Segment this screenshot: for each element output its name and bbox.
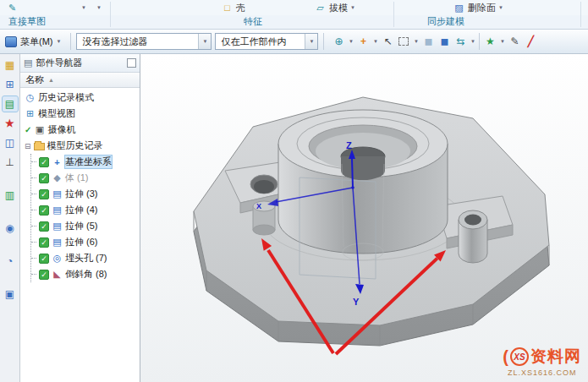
dependencies-icon[interactable]: ⊥ xyxy=(3,155,18,170)
general-object-cube-icon[interactable]: ◼ xyxy=(420,34,436,49)
feature-checkbox[interactable]: ✓ xyxy=(39,237,49,248)
feature-checkbox[interactable]: ✓ xyxy=(39,157,49,167)
tree-item-model-views[interactable]: ⊞ 模型视图 xyxy=(20,106,140,122)
graphics-viewport[interactable]: X Z Y ( xyxy=(140,54,588,382)
tree-item-body[interactable]: ✓ ◆ 体 (1) xyxy=(31,170,140,186)
dropdown-arrow-icon[interactable]: ▼ xyxy=(347,39,354,44)
dropdown-arrow-icon[interactable]: ▼ xyxy=(371,39,379,44)
tree-item-extrude-3[interactable]: ✓ ▤ 拉伸 (3) xyxy=(31,186,140,202)
folder-icon xyxy=(34,143,45,150)
tree-connector xyxy=(31,242,36,243)
dropdown-arrow-icon[interactable]: ▼ xyxy=(498,39,506,44)
collapse-icon[interactable]: ⊟ xyxy=(25,142,31,150)
tree-item-history-mode[interactable]: ◷ 历史记录模式 xyxy=(20,90,140,106)
dropdown-arrow-icon[interactable]: ▼ xyxy=(305,34,317,49)
delete-face-button[interactable]: ▨ 删除面 ▼ xyxy=(450,1,506,14)
menu-button[interactable]: 菜单(M) ▼ xyxy=(3,34,65,50)
model-canvas[interactable]: X Z Y xyxy=(140,54,588,382)
assembly-navigator-icon[interactable]: ▦ xyxy=(3,57,18,73)
dropdown-arrow-icon[interactable]: ▼ xyxy=(81,5,86,10)
shell-button[interactable]: □ 壳 xyxy=(218,1,248,14)
z-axis-label: Z xyxy=(346,140,352,150)
tree-item-chamfer[interactable]: ✓ ◣ 倒斜角 (8) xyxy=(31,266,140,282)
feature-tree: ◷ 历史记录模式 ⊞ 模型视图 ✓ ▣ 摄像机 ⊟ 模型历史记录 xyxy=(20,88,140,382)
ribbon: ✎ ▼ ▼ □ 壳 ▱ 拔模 ▼ ▨ 删除面 ▼ 直接草图 特征 同步建模 xyxy=(0,0,588,30)
watermark-brand: 资料网 xyxy=(530,346,581,368)
nx-application-window: ✎ ▼ ▼ □ 壳 ▱ 拔模 ▼ ▨ 删除面 ▼ 直接草图 特征 同步建模 xyxy=(0,0,588,382)
feature-checkbox[interactable]: ✓ xyxy=(39,221,49,232)
toolbar-icon-strip: ⊕ ▼ + ▼ ↖ ▼ ◼ ◼ ⇆ ▼ ★ ▼ ✎ ╱ xyxy=(331,33,538,50)
watermark-paren: ( xyxy=(503,347,508,367)
name-column-label: 名称 xyxy=(25,74,44,86)
tree-item-extrude-5[interactable]: ✓ ▤ 拉伸 (5) xyxy=(31,218,140,234)
draft-button[interactable]: ▱ 拔模 ▼ xyxy=(311,1,358,14)
tree-connector xyxy=(31,210,36,210)
feature-checkbox[interactable]: ✓ xyxy=(39,205,49,216)
group-feature[interactable]: 特征 xyxy=(244,15,262,29)
name-column-header[interactable]: 名称 ▲ xyxy=(20,73,140,88)
shell-button-label: 壳 xyxy=(236,2,245,14)
dropdown-arrow-icon[interactable]: ▼ xyxy=(198,34,211,49)
orient-view-icon[interactable]: ↖ xyxy=(380,34,395,49)
toolbar-separator xyxy=(479,33,480,50)
ribbon-group-label-row: 直接草图 特征 同步建模 xyxy=(0,15,588,29)
dropdown-arrow-icon[interactable]: ▼ xyxy=(469,39,476,44)
sort-asc-icon: ▲ xyxy=(48,77,54,83)
tree-item-cameras[interactable]: ✓ ▣ 摄像机 xyxy=(20,122,140,138)
tree-item-extrude-4[interactable]: ✓ ▤ 拉伸 (4) xyxy=(31,202,140,218)
view-manager-icon[interactable]: ◫ xyxy=(3,135,18,150)
body-icon: ◆ xyxy=(52,172,63,183)
main-area: ▦ ⊞ ▤ ★ ◫ ⊥ ▥ ◉ ◔ ▣ ▤ 部件导航器 名称 ▲ ◷ xyxy=(0,54,588,382)
toolbar-separator xyxy=(70,33,71,50)
dropdown-arrow-icon[interactable]: ▼ xyxy=(412,39,420,44)
y-axis-label: Y xyxy=(353,297,360,307)
history-icon[interactable]: ◔ xyxy=(3,254,18,269)
pencil-icon[interactable]: ✎ xyxy=(507,34,522,49)
model-history-children: ✓ + 基准坐标系 ✓ ◆ 体 (1) ✓ ▤ 拉伸 (3) xyxy=(30,154,140,282)
constraint-navigator-icon[interactable]: ⊞ xyxy=(3,77,18,92)
work-part-cube-icon[interactable]: ◼ xyxy=(437,34,452,49)
web-browser-icon[interactable]: ◉ xyxy=(3,221,18,236)
extrude-icon: ▤ xyxy=(52,221,63,232)
dropdown-arrow-icon[interactable]: ▼ xyxy=(96,5,102,10)
tree-item-countersink[interactable]: ✓ ◎ 埋头孔 (7) xyxy=(31,250,140,266)
menu-icon xyxy=(5,36,17,47)
selection-filter-dropdown[interactable]: 没有选择过滤器 ▼ xyxy=(76,33,212,50)
point-dialog-icon[interactable]: + xyxy=(355,34,371,49)
selection-filter-value: 没有选择过滤器 xyxy=(82,35,198,48)
hd3d-tools-icon[interactable]: ▥ xyxy=(3,188,18,203)
countersink-hole-icon: ◎ xyxy=(52,253,63,264)
select-rectangle-icon[interactable] xyxy=(396,34,411,49)
feature-checkbox[interactable]: ✓ xyxy=(39,254,49,264)
selection-scope-dropdown[interactable]: 仅在工作部件内 ▼ xyxy=(215,33,318,50)
part-navigator-panel: ▤ 部件导航器 名称 ▲ ◷ 历史记录模式 ⊞ 模型视图 ✓ ▣ xyxy=(20,54,140,382)
tree-connector xyxy=(31,274,36,275)
measure-line-icon[interactable]: ╱ xyxy=(523,34,538,49)
process-studio-icon[interactable]: ▣ xyxy=(3,286,18,302)
central-boss[interactable] xyxy=(278,110,448,260)
tree-item-extrude-6[interactable]: ✓ ▤ 拉伸 (6) xyxy=(31,234,140,250)
tree-connector xyxy=(31,194,36,194)
part-navigator-icon[interactable]: ▤ xyxy=(3,96,18,112)
snap-point-icon[interactable]: ⊕ xyxy=(331,34,346,49)
dropdown-arrow-icon: ▼ xyxy=(350,5,355,10)
tree-item-model-history[interactable]: ⊟ 模型历史记录 xyxy=(20,138,140,154)
sketch-button[interactable]: ✎ xyxy=(3,1,21,14)
effects-star-icon[interactable]: ★ xyxy=(482,34,497,49)
right-hole xyxy=(464,215,481,226)
camera-icon: ▣ xyxy=(34,124,45,135)
group-synchronous-modeling[interactable]: 同步建模 xyxy=(427,15,464,29)
group-direct-sketch[interactable]: 直接草图 xyxy=(8,15,46,29)
menu-button-label: 菜单(M) xyxy=(20,35,53,48)
feature-checkbox[interactable]: ✓ xyxy=(39,173,49,183)
reuse-library-icon[interactable]: ★ xyxy=(3,116,18,131)
feature-checkbox[interactable]: ✓ xyxy=(39,270,49,280)
feature-checkbox[interactable]: ✓ xyxy=(39,189,49,199)
watermark: ( XS 资料网 ZL.XS1616.COM xyxy=(503,346,581,377)
shell-icon: □ xyxy=(221,2,234,14)
swap-arrows-icon[interactable]: ⇆ xyxy=(453,34,468,49)
chamfer-icon: ◣ xyxy=(52,269,63,280)
panel-pin-button[interactable] xyxy=(127,58,136,68)
tree-item-datum-csys[interactable]: ✓ + 基准坐标系 xyxy=(31,154,140,170)
extrude-icon: ▤ xyxy=(52,188,63,199)
